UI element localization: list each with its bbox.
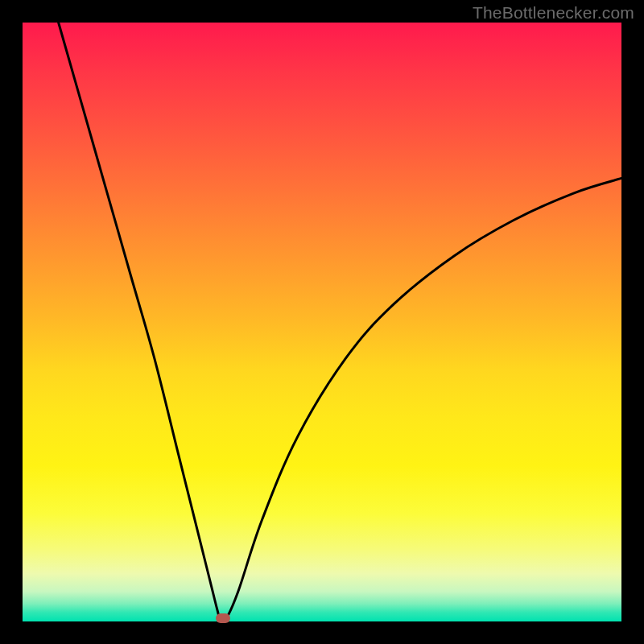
watermark-text: TheBottlenecker.com	[473, 3, 634, 23]
plot-area	[23, 23, 621, 621]
bottleneck-curve-path	[59, 23, 621, 621]
curve-svg	[23, 23, 621, 621]
chart-frame: TheBottlenecker.com	[0, 0, 644, 644]
optimal-point-marker	[216, 613, 230, 623]
